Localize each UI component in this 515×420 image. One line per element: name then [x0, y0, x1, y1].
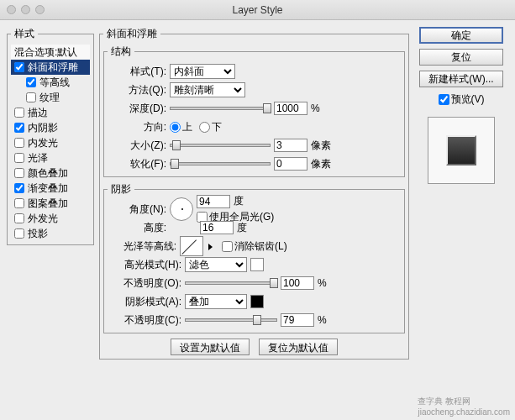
sidebar-item-drop-shadow[interactable]: 投影 [11, 226, 90, 241]
sidebar-item-bevel[interactable]: 斜面和浮雕 [11, 60, 90, 75]
sidebar-item-label: 渐变叠加 [28, 181, 68, 196]
shadow-opacity-slider[interactable] [185, 318, 277, 322]
color-overlay-checkbox[interactable] [14, 168, 24, 178]
preview-swatch [446, 135, 476, 165]
soften-slider[interactable] [170, 162, 271, 165]
shadow-mode-label: 阴影模式(A): [108, 295, 181, 309]
sidebar-item-gradient-overlay[interactable]: 渐变叠加 [11, 181, 90, 196]
shadow-mode-select[interactable]: 叠加 [185, 294, 247, 309]
depth-unit: % [311, 102, 336, 114]
contour-checkbox[interactable] [26, 77, 36, 87]
sidebar-item-color-overlay[interactable]: 颜色叠加 [11, 165, 90, 181]
sidebar-item-stroke[interactable]: 描边 [11, 105, 90, 120]
sidebar-item-label: 光泽 [28, 151, 48, 165]
depth-slider[interactable] [170, 107, 271, 110]
altitude-input[interactable] [200, 221, 234, 234]
gradient-overlay-checkbox[interactable] [14, 183, 24, 193]
make-default-button[interactable]: 设置为默认值 [171, 339, 250, 355]
ok-button[interactable]: 确定 [419, 27, 503, 44]
sidebar-item-contour[interactable]: 等高线 [11, 75, 90, 90]
blend-options-row[interactable]: 混合选项:默认 [11, 45, 90, 60]
up-label: 上 [182, 120, 192, 134]
shadow-color-swatch[interactable] [250, 295, 264, 308]
size-input[interactable] [274, 139, 307, 152]
depth-label: 深度(D): [108, 102, 166, 116]
highlight-mode-label: 高光模式(H): [108, 258, 181, 272]
sidebar-item-inner-shadow[interactable]: 内阴影 [11, 120, 90, 135]
style-select[interactable]: 内斜面 [170, 64, 235, 79]
highlight-mode-select[interactable]: 滤色 [185, 257, 247, 272]
technique-select[interactable]: 雕刻清晰 [170, 82, 245, 97]
texture-checkbox[interactable] [26, 92, 36, 102]
minimize-icon[interactable] [21, 5, 30, 14]
down-label: 下 [212, 120, 222, 134]
pattern-overlay-checkbox[interactable] [14, 198, 24, 208]
direction-label: 方向: [108, 120, 166, 134]
inner-shadow-checkbox[interactable] [14, 123, 24, 133]
highlight-color-swatch[interactable] [250, 258, 264, 271]
gloss-contour-picker[interactable] [180, 236, 203, 256]
sidebar-item-outer-glow[interactable]: 外发光 [11, 211, 90, 226]
sidebar-item-label: 斜面和浮雕 [28, 60, 78, 75]
inner-glow-checkbox[interactable] [14, 138, 24, 148]
shading-panel: 阴影 角度(N): 度 使用全局光(G) 高度: [103, 182, 405, 333]
sidebar-item-texture[interactable]: 纹理 [11, 90, 90, 105]
style-label: 样式(T): [108, 65, 166, 79]
sidebar-item-inner-glow[interactable]: 内发光 [11, 135, 90, 150]
outer-glow-checkbox[interactable] [14, 213, 24, 223]
depth-input[interactable] [274, 102, 307, 115]
structure-legend: 结构 [108, 45, 134, 59]
sidebar-item-label: 外发光 [28, 212, 58, 226]
sidebar-item-label: 等高线 [39, 76, 70, 90]
opacity-unit2: % [318, 314, 343, 326]
highlight-opacity-label: 不透明度(O): [108, 276, 181, 291]
shading-legend: 阴影 [108, 182, 134, 197]
angle-dial[interactable] [170, 197, 193, 221]
bevel-legend: 斜面和浮雕 [103, 27, 160, 41]
highlight-opacity-slider[interactable] [185, 281, 277, 285]
angle-label: 角度(N): [108, 202, 166, 217]
structure-panel: 结构 样式(T): 内斜面 方法(Q): 雕刻清晰 深度(D): % [103, 45, 405, 177]
reset-default-button[interactable]: 复位为默认值 [259, 339, 338, 355]
sidebar-item-label: 描边 [28, 106, 48, 120]
titlebar: Layer Style [0, 0, 515, 20]
shadow-opacity-input[interactable] [281, 313, 314, 327]
bevel-panel: 斜面和浮雕 结构 样式(T): 内斜面 方法(Q): 雕刻清晰 深度(D): [99, 27, 409, 360]
angle-input[interactable] [197, 195, 230, 208]
antialias-checkbox[interactable]: 消除锯齿(L) [222, 239, 287, 254]
preview-box [428, 117, 495, 184]
technique-label: 方法(Q): [108, 83, 166, 97]
drop-shadow-checkbox[interactable] [14, 228, 24, 239]
sidebar-item-label: 内阴影 [28, 121, 58, 135]
size-label: 大小(Z): [108, 139, 166, 153]
sidebar-item-label: 内发光 [28, 136, 58, 150]
watermark: 查字典 教程网 jiaocheng.chazidian.com [418, 396, 510, 417]
altitude-label: 高度: [108, 221, 166, 235]
direction-up-radio[interactable]: 上 [170, 120, 192, 134]
new-style-button[interactable]: 新建样式(W)... [419, 71, 503, 87]
altitude-unit: 度 [237, 221, 247, 235]
soften-label: 软化(F): [108, 157, 166, 171]
soften-unit: 像素 [311, 157, 336, 171]
window-title: Layer Style [232, 4, 282, 16]
soften-input[interactable] [274, 157, 307, 171]
cancel-button[interactable]: 复位 [419, 49, 503, 66]
zoom-icon[interactable] [35, 5, 45, 14]
close-icon[interactable] [7, 5, 16, 14]
sidebar-item-label: 投影 [28, 227, 48, 241]
chevron-down-icon [208, 244, 213, 250]
sidebar-item-label: 图案叠加 [28, 197, 68, 211]
satin-checkbox[interactable] [14, 153, 24, 163]
stroke-checkbox[interactable] [14, 108, 24, 118]
highlight-opacity-input[interactable] [281, 276, 314, 290]
preview-checkbox[interactable]: 预览(V) [439, 92, 485, 107]
sidebar-item-label: 纹理 [39, 91, 60, 105]
sidebar-item-satin[interactable]: 光泽 [11, 150, 90, 165]
sidebar-item-pattern-overlay[interactable]: 图案叠加 [11, 196, 90, 211]
bevel-checkbox[interactable] [14, 62, 24, 72]
direction-down-radio[interactable]: 下 [199, 120, 222, 134]
preview-label: 预览(V) [451, 92, 485, 107]
size-slider[interactable] [170, 144, 271, 147]
shadow-opacity-label: 不透明度(C): [108, 313, 181, 328]
opacity-unit: % [318, 277, 343, 289]
